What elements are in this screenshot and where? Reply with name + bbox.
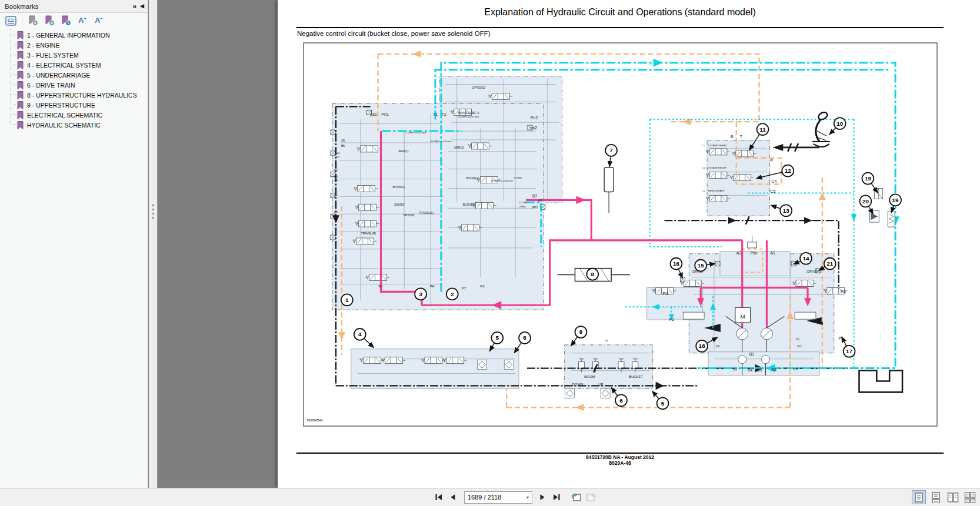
diagram-label: BOOM (584, 375, 595, 378)
bookmark-item[interactable]: 3 - FUEL SYSTEM (0, 50, 148, 60)
callout-19: 19 (889, 194, 901, 213)
bookmark-item[interactable]: 1 - GENERAL INFORMATION (0, 30, 148, 40)
bookmark-icon (17, 51, 24, 59)
bookmarks-panel-title: Bookmarks (5, 3, 39, 10)
bookmarks-toolbar: A+ A− (0, 13, 148, 28)
diagram-label: D0 (716, 345, 720, 348)
svg-text:19: 19 (892, 197, 899, 203)
bookmarks-panel: Bookmarks » ◀ (0, 0, 148, 488)
first-page-button[interactable] (434, 492, 444, 502)
bookmark-item[interactable]: 6 - DRIVE TRAIN (0, 80, 148, 90)
diagram-label: T2 (442, 112, 446, 116)
bookmark-icon (17, 91, 24, 99)
panel-collapse-icon[interactable]: » (132, 3, 136, 10)
callout-4: 4 (354, 329, 374, 348)
single-page-view-button[interactable] (912, 490, 926, 504)
diagram-label: SWING (394, 203, 404, 206)
diagram-label: P (770, 159, 773, 163)
diagram-label: ps1 (371, 112, 377, 117)
diagram-label: BUCKET (463, 203, 475, 206)
diagram-label: A1 (770, 251, 775, 255)
bookmark-delete-icon[interactable] (26, 15, 39, 26)
diagram-label: A7 (538, 199, 543, 202)
svg-text:5: 5 (496, 334, 499, 341)
options-icon[interactable] (4, 15, 17, 26)
diagram-label: C1 (702, 144, 706, 147)
control-lever-icon (812, 111, 830, 147)
diagram-label: C5 (770, 189, 775, 193)
footer-doc-number: 84551720B NA - August 2012 (296, 454, 944, 460)
text-smaller-icon[interactable]: A− (92, 15, 105, 26)
bookmark-item[interactable]: 2 - ENGINE (0, 40, 148, 50)
diagram-label: DOWN (572, 383, 584, 386)
diagram-label: OPTION2 (472, 86, 485, 89)
diagram-label: P2 (480, 284, 485, 288)
bookmark-item[interactable]: 5 - UNDERCARRIAGE (0, 70, 148, 80)
diagram-label: pa1 (334, 168, 338, 171)
diagram-label: C2 (702, 189, 705, 192)
bookmark-item[interactable]: HYDRAULIC SCHEMATIC (0, 120, 148, 130)
bookmark-item-label: 3 - FUEL SYSTEM (27, 52, 79, 59)
continuous-scroll-view-button[interactable] (929, 490, 943, 504)
document-viewport[interactable]: Explanation of Hydraulic Circuit and Ope… (158, 0, 980, 488)
bookmark-item-label: HYDRAULIC SCHEMATIC (27, 122, 101, 129)
callout-7: 7 (605, 145, 617, 167)
two-page-scroll-view-button[interactable] (963, 490, 977, 504)
diagram-label: 36.7MPa at 20L/min (431, 140, 452, 143)
toolbar-separator (22, 16, 22, 25)
bookmarks-list: 1 - GENERAL INFORMATION 2 - ENGINE 3 - F… (0, 28, 148, 130)
svg-text:16: 16 (673, 260, 680, 267)
diagram-label: OPEN (519, 205, 525, 208)
svg-text:18: 18 (699, 343, 706, 349)
page-number-input[interactable]: 1689 / 2118 ▾ (464, 491, 532, 504)
last-page-button[interactable] (551, 492, 562, 502)
panel-hide-icon[interactable]: ◀ (140, 4, 144, 9)
title-rule (296, 27, 944, 28)
diagram-label: B (731, 135, 734, 139)
diagram-label: Pi1 (841, 290, 846, 294)
accumulator (604, 167, 614, 192)
diagram-label: MAIN RELIEF V. (458, 112, 480, 115)
pump-header-block (720, 252, 790, 276)
bookmark-item-label: 9 - UPPERSTRUCTURE (27, 102, 95, 109)
diagram-label: OPTION (403, 214, 414, 217)
diagram-label: ps3 (334, 175, 338, 178)
svg-text:17: 17 (846, 348, 853, 354)
bookmark-item[interactable]: 9 - UPPERSTRUCTURE (0, 100, 148, 110)
bookmark-item[interactable]: ELECTRICAL SCHEMATIC (0, 110, 148, 120)
tree-stub (11, 125, 16, 125)
tree-stub (11, 95, 16, 95)
pump-lower-block (708, 352, 819, 376)
page-dropdown-caret[interactable]: ▾ (526, 495, 529, 500)
bookmark-item[interactable]: 8 - UPPERSTRUCTURE HYDRAULICS (0, 90, 148, 100)
callout-2: 2 (446, 288, 458, 300)
diagram-label: A4 (734, 368, 737, 371)
previous-page-button[interactable] (448, 492, 458, 502)
next-page-button[interactable] (537, 492, 548, 502)
diagram-label: T1 (433, 112, 438, 116)
bookmark-icon (17, 121, 24, 129)
diagram-label: C4 (771, 179, 776, 183)
pilot-valve-block (565, 345, 653, 389)
next-view-button[interactable] (585, 492, 596, 502)
bookmark-item-label: 4 - ELECTRICAL SYSTEM (27, 62, 101, 69)
callout-16: 16 (670, 258, 682, 279)
bookmark-item[interactable]: 4 - ELECTRICAL SYSTEM (0, 60, 148, 70)
diagram-label: DOWN (514, 176, 522, 179)
panel-resize-handle[interactable] (149, 0, 158, 488)
diagram-label: P (605, 339, 608, 343)
status-bar: 1689 / 2118 ▾ (0, 488, 980, 506)
bookmark-history-icon[interactable] (59, 15, 72, 26)
previous-view-button[interactable] (571, 492, 582, 502)
callout-6: 6 (514, 332, 531, 353)
diagram-label: CLOSE (519, 201, 527, 204)
bookmark-icon (17, 61, 24, 69)
bookmark-add-icon[interactable] (43, 15, 56, 26)
callout-19: 19 (862, 173, 878, 193)
pdf-page: Explanation of Hydraulic Circuit and Ope… (278, 0, 980, 488)
diagram-label: TRAVEL(R) (361, 232, 376, 235)
text-larger-icon[interactable]: A+ (76, 15, 89, 26)
diagram-label: BOOM(1) (466, 177, 479, 180)
two-page-view-button[interactable] (946, 490, 960, 504)
svg-text:14: 14 (803, 255, 810, 262)
